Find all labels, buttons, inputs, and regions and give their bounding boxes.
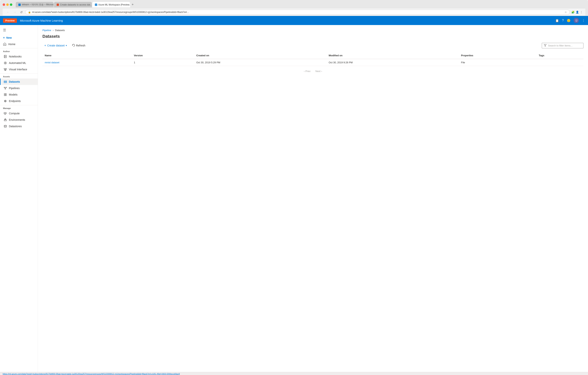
breadcrumb-separator: › bbox=[53, 29, 53, 32]
plus-icon: + bbox=[44, 44, 46, 47]
sidebar-item-pipelines[interactable]: Pipelines bbox=[0, 85, 38, 91]
maximize-dot[interactable] bbox=[10, 3, 12, 6]
close-dot[interactable] bbox=[3, 3, 5, 6]
environments-label: Environments bbox=[9, 118, 25, 121]
svg-rect-24 bbox=[4, 93, 5, 94]
extensions-button[interactable]: 🧩 bbox=[571, 11, 575, 14]
tab-icon-create bbox=[57, 4, 59, 6]
prev-label: Prev bbox=[305, 70, 310, 73]
bookmark-icon[interactable]: ☆ bbox=[565, 11, 567, 14]
dataset-name-link[interactable]: mnist dataset bbox=[45, 61, 59, 64]
sidebar-item-notebooks[interactable]: Notebooks bbox=[0, 53, 38, 60]
svg-rect-17 bbox=[4, 82, 7, 83]
endpoints-label: Endpoints bbox=[9, 99, 21, 103]
status-url: https://ml.azure.com/data?wsid=/subscrip… bbox=[3, 373, 180, 375]
reload-button[interactable]: ↺ bbox=[19, 10, 24, 14]
sidebar: ☰ + New Home Author Noteboo bbox=[0, 25, 38, 372]
svg-marker-0 bbox=[95, 4, 97, 5]
table-body: mnist dataset 1 Oct 30, 2019 5:29 PM Oct… bbox=[42, 59, 583, 66]
sidebar-item-endpoints[interactable]: Endpoints bbox=[0, 98, 38, 104]
preview-badge: Preview bbox=[3, 18, 17, 23]
tab-label-azure: Azure ML Workspace (Preview… bbox=[98, 3, 130, 6]
prev-button[interactable]: ‹ Prev bbox=[302, 69, 312, 73]
svg-rect-16 bbox=[4, 81, 7, 82]
automated-ml-label: Automated ML bbox=[9, 61, 26, 65]
svg-line-22 bbox=[5, 88, 5, 89]
search-box[interactable]: Search to filter items... bbox=[542, 43, 583, 48]
datasets-icon bbox=[4, 80, 7, 83]
tab-create-datasets[interactable]: Create datasets to access dat… ✕ bbox=[54, 2, 92, 7]
col-properties: Properties bbox=[459, 52, 536, 59]
app-topbar: Preview Microsoft Azure Machine Learning… bbox=[0, 16, 588, 25]
browser-nav: ← → ↺ 🔒 ml.azure.com/data?wsid=/subscrip… bbox=[3, 9, 585, 16]
svg-line-23 bbox=[5, 88, 6, 89]
cell-modified-on: Oct 30, 2019 9:26 PM bbox=[326, 59, 459, 66]
next-button[interactable]: Next › bbox=[314, 69, 324, 73]
svg-rect-25 bbox=[5, 93, 6, 94]
table-header: Name Version Created on Modified on Prop… bbox=[42, 52, 583, 59]
clipboard-icon[interactable]: 📋 bbox=[555, 19, 559, 22]
svg-point-7 bbox=[5, 63, 6, 63]
pipelines-icon bbox=[4, 87, 7, 90]
minimize-dot[interactable] bbox=[6, 3, 9, 6]
cell-properties: File bbox=[459, 59, 536, 66]
refresh-button[interactable]: Refresh bbox=[70, 43, 87, 48]
sidebar-item-environments[interactable]: Environments bbox=[0, 117, 38, 123]
tab-sklearn[interactable]: sklearn – 데이터 전송 – Microsof… ✕ bbox=[16, 2, 54, 7]
create-dataset-button[interactable]: + Create dataset ▾ bbox=[42, 43, 69, 48]
cell-version: 1 bbox=[132, 59, 194, 66]
home-icon bbox=[3, 43, 6, 46]
user-icon[interactable]: 강 bbox=[574, 18, 579, 23]
address-text: ml.azure.com/data?wsid=/subscriptions/81… bbox=[32, 11, 563, 13]
next-label: Next bbox=[315, 70, 321, 73]
sidebar-item-visual-interface[interactable]: Visual Interface bbox=[0, 66, 38, 73]
sidebar-item-compute[interactable]: Compute bbox=[0, 110, 38, 117]
toolbar: + Create dataset ▾ Refresh bbox=[42, 43, 583, 48]
models-label: Models bbox=[9, 93, 17, 96]
breadcrumb: Pipeline › Datasets bbox=[42, 29, 583, 32]
content-area: Pipeline › Datasets Datasets + Create da… bbox=[38, 25, 588, 372]
profile-button[interactable]: 👤 bbox=[576, 11, 579, 14]
sidebar-item-home[interactable]: Home bbox=[0, 41, 38, 47]
sidebar-item-datasets[interactable]: Datasets bbox=[0, 78, 38, 85]
help-icon[interactable]: ? bbox=[562, 19, 564, 22]
datastores-icon bbox=[4, 125, 7, 128]
pagination: ‹ Prev Next › bbox=[42, 69, 583, 73]
col-name: Name bbox=[42, 52, 132, 59]
address-bar[interactable]: 🔒 ml.azure.com/data?wsid=/subscriptions/… bbox=[25, 10, 570, 15]
sidebar-item-automated-ml[interactable]: Automated ML bbox=[0, 60, 38, 66]
visual-interface-icon bbox=[4, 68, 7, 71]
svg-point-38 bbox=[4, 125, 6, 126]
breadcrumb-parent[interactable]: Pipeline bbox=[42, 29, 51, 32]
settings-icon[interactable]: ⋮ bbox=[582, 19, 585, 22]
home-label: Home bbox=[8, 43, 15, 46]
status-bar: https://ml.azure.com/data?wsid=/subscrip… bbox=[0, 372, 588, 375]
tab-azure-ml[interactable]: Azure ML Workspace (Preview… ✕ bbox=[92, 2, 130, 7]
forward-button[interactable]: → bbox=[12, 10, 17, 14]
lock-icon: 🔒 bbox=[28, 11, 31, 13]
sidebar-item-datastores[interactable]: Datastores bbox=[0, 123, 38, 130]
prev-icon: ‹ bbox=[304, 70, 304, 73]
main-layout: ☰ + New Home Author Noteboo bbox=[0, 25, 588, 372]
hamburger-button[interactable]: ☰ bbox=[0, 27, 38, 34]
app-title: Microsoft Azure Machine Learning bbox=[20, 19, 63, 22]
col-version: Version bbox=[132, 52, 194, 59]
back-button[interactable]: ← bbox=[5, 10, 10, 14]
menu-button[interactable]: ⋮ bbox=[580, 11, 583, 14]
sidebar-item-models[interactable]: Models bbox=[0, 91, 38, 98]
notebook-icon bbox=[4, 55, 7, 58]
smiley-icon[interactable]: 🙂 bbox=[567, 19, 571, 22]
app-container: Preview Microsoft Azure Machine Learning… bbox=[0, 16, 588, 372]
svg-rect-15 bbox=[4, 81, 7, 81]
datasets-table: Name Version Created on Modified on Prop… bbox=[42, 52, 583, 66]
topbar-right: 📋 ? 🙂 강 ⋮ bbox=[555, 18, 585, 23]
browser-tabs: sklearn – 데이터 전송 – Microsof… ✕ Create da… bbox=[16, 2, 135, 7]
models-icon bbox=[4, 93, 7, 96]
new-button[interactable]: + New bbox=[0, 34, 38, 41]
table-row: mnist dataset 1 Oct 30, 2019 5:29 PM Oct… bbox=[42, 59, 583, 66]
svg-rect-9 bbox=[5, 68, 7, 69]
tab-label-sklearn: sklearn – 데이터 전송 – Microsof… bbox=[22, 3, 54, 6]
col-created-on: Created on bbox=[194, 52, 326, 59]
add-tab-button[interactable]: + bbox=[131, 2, 135, 7]
svg-rect-8 bbox=[4, 68, 5, 69]
